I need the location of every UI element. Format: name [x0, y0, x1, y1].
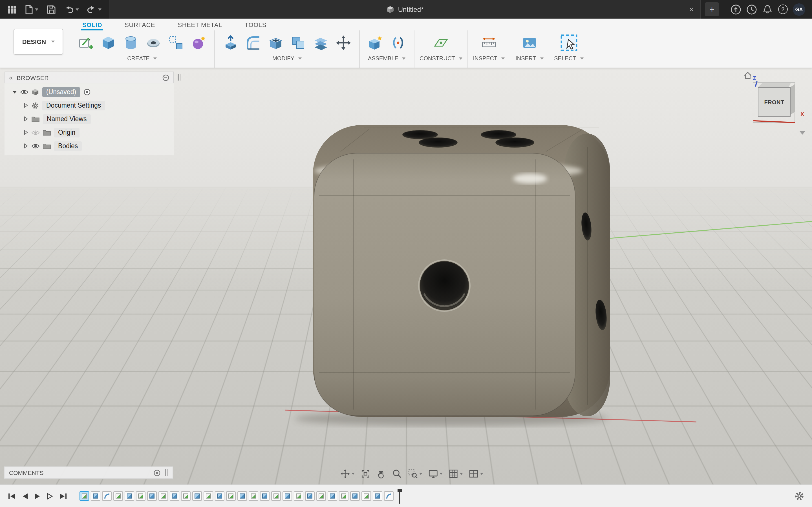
history-button[interactable]	[746, 3, 757, 15]
viewcube-cube[interactable]: FRONT	[758, 87, 791, 117]
timeline-playhead[interactable]	[396, 489, 402, 503]
joint-button[interactable]	[388, 31, 409, 54]
timeline-feature-sketch-icon[interactable]	[249, 491, 258, 501]
group-label-modify[interactable]: MODIFY	[272, 55, 302, 64]
new-component-button[interactable]	[365, 31, 386, 54]
expand-triangle-icon[interactable]	[12, 91, 17, 93]
timeline-feature-sketch-icon[interactable]	[158, 491, 168, 501]
avatar[interactable]: GA	[793, 3, 805, 15]
move-button[interactable]	[333, 31, 354, 54]
timeline-feature-sketch-icon[interactable]	[294, 491, 303, 501]
viewports-button[interactable]	[469, 469, 483, 479]
help-button[interactable]	[777, 3, 789, 15]
pan-button[interactable]	[376, 469, 386, 479]
visibility-eye-icon[interactable]	[20, 89, 28, 95]
pattern-button[interactable]	[165, 31, 187, 54]
group-label-insert[interactable]: INSERT	[515, 55, 543, 64]
timeline-feature-extrude-icon[interactable]	[147, 491, 157, 501]
timeline-feature-extrude-icon[interactable]	[170, 491, 179, 501]
viewcube-top-face[interactable]	[758, 83, 791, 87]
construct-plane-button[interactable]	[430, 31, 452, 54]
root-document-label[interactable]: (Unsaved)	[42, 87, 80, 97]
skip-to-end-icon[interactable]	[59, 493, 67, 499]
timeline-feature-sketch-icon[interactable]	[339, 491, 349, 501]
viewcube-right-face[interactable]	[791, 84, 795, 115]
timeline-feature-sketch-icon[interactable]	[181, 491, 191, 501]
add-comment-icon[interactable]	[153, 469, 161, 476]
document-tab[interactable]: Untitled*	[109, 0, 701, 18]
timeline-settings-button[interactable]	[795, 491, 804, 501]
tree-row-named-views[interactable]: Named Views	[4, 112, 174, 126]
tree-row-bodies[interactable]: Bodies	[4, 139, 174, 153]
timeline-feature-extrude-icon[interactable]	[350, 491, 360, 501]
visibility-eye-icon[interactable]	[32, 143, 40, 149]
comments-bar[interactable]: COMMENTS	[4, 466, 173, 479]
group-label-construct[interactable]: CONSTRUCT	[419, 55, 462, 64]
collapse-panel-icon[interactable]	[9, 74, 13, 81]
play-icon[interactable]	[35, 493, 41, 499]
measure-button[interactable]	[478, 31, 500, 54]
timeline-feature-sketch-icon[interactable]	[80, 491, 89, 501]
viewcube-menu-arrow[interactable]	[800, 131, 805, 135]
timeline-feature-sketch-icon[interactable]	[204, 491, 213, 501]
tab-sheet-metal[interactable]: SHEET METAL	[176, 20, 223, 31]
tree-item-label[interactable]: Origin	[54, 128, 79, 137]
timeline-feature-fillet-icon[interactable]	[102, 491, 112, 501]
timeline-feature-sketch-icon[interactable]	[361, 491, 371, 501]
collapsed-triangle-icon[interactable]	[24, 103, 28, 108]
tree-row-origin[interactable]: Origin	[4, 126, 174, 139]
timeline-feature-extrude-icon[interactable]	[373, 491, 382, 501]
group-label-create[interactable]: CREATE	[127, 55, 157, 64]
timeline-feature-extrude-icon[interactable]	[91, 491, 100, 501]
insert-canvas-button[interactable]	[519, 31, 540, 54]
step-back-icon[interactable]	[22, 493, 28, 499]
timeline-feature-extrude-icon[interactable]	[238, 491, 247, 501]
activate-radio-icon[interactable]	[84, 88, 91, 96]
shell-button[interactable]	[265, 31, 287, 54]
tree-item-label[interactable]: Document Settings	[42, 101, 105, 110]
timeline-feature-extrude-icon[interactable]	[215, 491, 224, 501]
press-pull-button[interactable]	[220, 31, 241, 54]
timeline-feature-sketch-icon[interactable]	[316, 491, 326, 501]
comments-drag-grip[interactable]	[165, 469, 168, 476]
timeline-feature-extrude-icon[interactable]	[327, 491, 337, 501]
tree-row-root[interactable]: (Unsaved)	[4, 85, 174, 99]
timeline-feature-sketch-icon[interactable]	[113, 491, 123, 501]
create-sketch-button[interactable]	[75, 31, 96, 54]
tab-tools[interactable]: TOOLS	[244, 20, 267, 31]
box-button[interactable]	[98, 31, 119, 54]
timeline-feature-extrude-icon[interactable]	[260, 491, 269, 501]
home-icon[interactable]	[743, 71, 752, 79]
redo-button[interactable]	[83, 0, 105, 18]
viewcube[interactable]: Z FRONT X	[738, 71, 805, 135]
zoom-window-button[interactable]	[408, 469, 422, 479]
tree-item-label[interactable]: Bodies	[54, 141, 82, 151]
collapsed-triangle-icon[interactable]	[24, 129, 28, 135]
app-grid-button[interactable]	[3, 0, 20, 18]
panel-drag-grip[interactable]	[177, 74, 181, 80]
timeline-feature-extrude-icon[interactable]	[305, 491, 315, 501]
notifications-button[interactable]	[761, 3, 773, 15]
tab-solid[interactable]: SOLID	[81, 20, 103, 31]
fit-button[interactable]	[360, 469, 370, 479]
job-status-button[interactable]	[730, 3, 742, 15]
select-button[interactable]	[556, 31, 581, 54]
visibility-eye-off-icon[interactable]	[32, 129, 40, 135]
collapsed-triangle-icon[interactable]	[24, 116, 28, 122]
group-label-select[interactable]: SELECT	[554, 55, 583, 64]
display-settings-button[interactable]	[428, 469, 443, 479]
cylinder-button[interactable]	[120, 31, 142, 54]
undo-button[interactable]	[60, 0, 83, 18]
timeline-feature-extrude-icon[interactable]	[283, 491, 292, 501]
group-label-assemble[interactable]: ASSEMBLE	[368, 55, 406, 64]
viewcube-front-face[interactable]: FRONT	[758, 87, 791, 117]
orbit-button[interactable]	[340, 469, 355, 479]
timeline-feature-extrude-icon[interactable]	[192, 491, 202, 501]
zoom-button[interactable]	[392, 469, 402, 479]
step-forward-icon[interactable]	[47, 493, 53, 499]
group-label-inspect[interactable]: INSPECT	[473, 55, 505, 64]
collapsed-triangle-icon[interactable]	[24, 143, 28, 149]
save-button[interactable]	[42, 0, 60, 18]
tab-close-icon[interactable]	[689, 0, 694, 18]
form-button[interactable]	[188, 31, 209, 54]
